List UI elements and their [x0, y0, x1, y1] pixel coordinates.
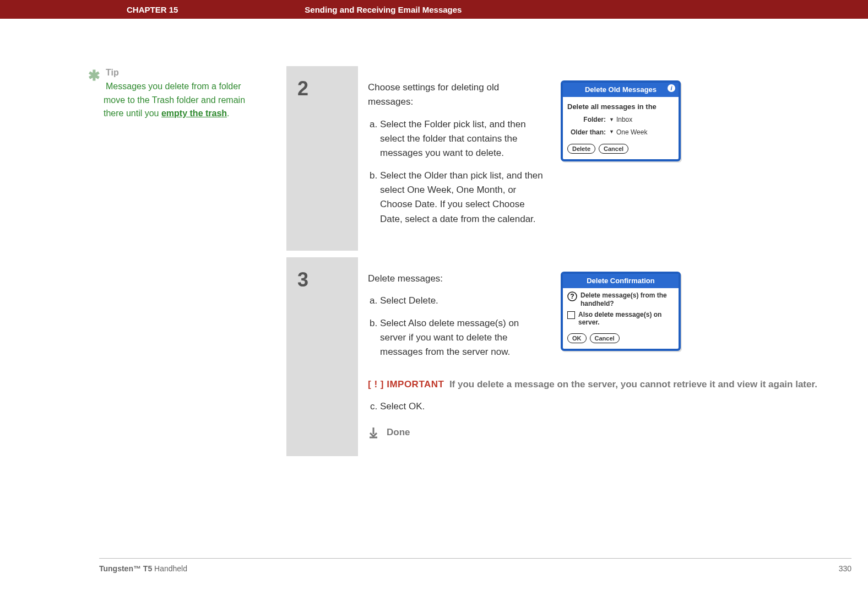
step3-list-c: Select OK. — [368, 399, 835, 414]
dialog2-question: Delete message(s) from the handheld? — [581, 291, 674, 307]
also-delete-server-checkbox[interactable] — [567, 311, 575, 319]
question-icon: ? — [567, 291, 577, 305]
product-name-bold: Tungsten™ T5 — [99, 564, 152, 573]
page-title: Sending and Receiving Email Messages — [178, 5, 462, 14]
dialog2-title: Delete Confirmation — [563, 274, 679, 288]
also-delete-server-label: Also delete message(s) on server. — [578, 311, 674, 327]
delete-confirmation-dialog: Delete Confirmation ? — [561, 272, 681, 351]
folder-label: Folder: — [567, 115, 606, 125]
step-number-2: 2 — [286, 66, 358, 251]
dialog1-title-text: Delete Old Messages — [585, 85, 657, 94]
tip-sidebar: ✱ Tip Messages you delete from a folder … — [88, 66, 253, 456]
page-footer: Tungsten™ T5 Handheld 330 — [99, 558, 851, 573]
older-than-picklist[interactable]: ▼ One Week — [609, 127, 647, 138]
empty-trash-link[interactable]: empty the trash — [161, 109, 227, 118]
svg-text:?: ? — [570, 293, 574, 300]
step3-item-b: Select Also delete message(s) on server … — [380, 316, 544, 360]
step2-item-b: Select the Older than pick list, and the… — [380, 169, 544, 226]
chevron-down-icon: ▼ — [609, 116, 614, 124]
dialog2-title-text: Delete Confirmation — [587, 277, 655, 285]
delete-button[interactable]: Delete — [567, 144, 595, 154]
step3-item-c: Select OK. — [380, 399, 835, 414]
step-2: 2 Choose settings for deleting old messa… — [286, 66, 851, 251]
step-number-3: 3 — [286, 257, 358, 456]
step2-item-a: Select the Folder pick list, and then se… — [380, 117, 544, 161]
delete-old-messages-dialog: Delete Old Messages i Delete all message… — [561, 80, 681, 161]
important-text: If you delete a message on the server, y… — [449, 379, 817, 390]
older-than-label: Older than: — [567, 127, 606, 138]
steps-panel: 2 Choose settings for deleting old messa… — [286, 66, 851, 456]
page-number: 330 — [839, 564, 851, 573]
tip-heading: Tip — [106, 68, 119, 77]
step2-lead: Choose settings for deleting old message… — [368, 80, 544, 110]
folder-value: Inbox — [616, 115, 632, 125]
info-icon[interactable]: i — [668, 84, 675, 92]
tip-body-post: . — [227, 109, 229, 118]
dialog1-title: Delete Old Messages i — [563, 83, 679, 97]
done-label: Done — [387, 425, 410, 440]
step2-list: Select the Folder pick list, and then se… — [368, 117, 544, 226]
cancel-button[interactable]: Cancel — [599, 144, 628, 154]
page-header: CHAPTER 15 Sending and Receiving Email M… — [0, 0, 868, 19]
product-name: Tungsten™ T5 Handheld — [99, 564, 187, 573]
chapter-label: CHAPTER 15 — [0, 5, 178, 14]
tip-body: Messages you delete from a folder move t… — [104, 80, 253, 121]
chevron-down-icon: ▼ — [609, 128, 614, 136]
step3-item-a: Select Delete. — [380, 294, 544, 308]
asterisk-icon: ✱ — [88, 64, 100, 86]
important-label: [ ! ] IMPORTANT — [368, 379, 444, 390]
down-arrow-icon — [368, 426, 379, 439]
important-note: [ ! ] IMPORTANT If you delete a message … — [368, 377, 835, 392]
step3-lead: Delete messages: — [368, 272, 544, 286]
dialog1-subhead: Delete all messages in the — [567, 101, 674, 112]
done-row: Done — [368, 425, 835, 440]
step3-list-ab: Select Delete. Select Also delete messag… — [368, 294, 544, 359]
folder-picklist[interactable]: ▼ Inbox — [609, 115, 632, 125]
ok-button[interactable]: OK — [567, 333, 587, 343]
product-name-rest: Handheld — [152, 564, 187, 573]
cancel-button[interactable]: Cancel — [590, 333, 620, 343]
older-than-value: One Week — [616, 127, 647, 138]
step-3: 3 Delete messages: Select Delete. Select… — [286, 257, 851, 456]
